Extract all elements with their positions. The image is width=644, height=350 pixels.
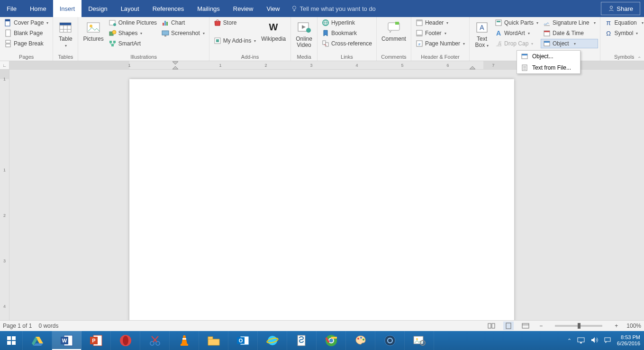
right-indent-marker-icon[interactable] — [469, 65, 476, 70]
object-menu-object[interactable]: Object... — [517, 51, 580, 62]
taskbar-app-opera[interactable] — [111, 331, 140, 350]
word-icon: W — [60, 334, 73, 347]
svg-point-83 — [329, 339, 333, 342]
tray-action-center-icon[interactable] — [604, 337, 611, 344]
ruler-vertical[interactable]: 1 1 2 3 4 — [0, 70, 9, 331]
tab-design[interactable]: Design — [82, 0, 114, 17]
taskbar-app-drive[interactable] — [23, 331, 52, 350]
zoom-level[interactable]: 100% — [626, 323, 641, 329]
ruler-corner[interactable]: ∟ — [0, 61, 9, 69]
cover-page-button[interactable]: Cover Page▾ — [2, 18, 51, 27]
quick-parts-button[interactable]: Quick Parts▾ — [492, 18, 541, 27]
taskbar-app-outlook[interactable]: O — [228, 331, 258, 350]
taskbar-app-snipping[interactable] — [140, 331, 170, 350]
object-button[interactable]: Object▾ — [541, 39, 598, 48]
taskbar-app-word[interactable]: W — [52, 331, 82, 350]
equation-icon: π — [605, 19, 612, 27]
taskbar-app-powerpoint[interactable]: P — [82, 331, 111, 350]
ribbon-tabs: File Home Insert Design Layout Reference… — [0, 0, 644, 17]
object-menu-text-from-file[interactable]: Text from File... — [517, 62, 580, 73]
share-button[interactable]: Share — [601, 2, 640, 15]
wordart-icon: A — [495, 29, 502, 37]
taskbar-app-explorer[interactable] — [199, 331, 228, 350]
taskbar-app-paint[interactable] — [346, 331, 375, 350]
tray-network-icon[interactable] — [577, 337, 585, 344]
group-label-addins: Add-ins — [211, 53, 289, 61]
print-layout-button[interactable] — [503, 322, 514, 330]
tray-clock[interactable]: 8:53 PM 6/26/2016 — [617, 334, 640, 347]
status-page[interactable]: Page 1 of 1 — [3, 323, 32, 329]
svg-text:#: # — [418, 42, 421, 46]
svg-point-86 — [363, 339, 364, 341]
start-button[interactable] — [0, 331, 23, 350]
tab-home[interactable]: Home — [23, 0, 53, 17]
page-break-button[interactable]: Page Break — [2, 39, 51, 48]
hyperlink-button[interactable]: Hyperlink — [319, 18, 374, 27]
page-number-button[interactable]: #Page Number▾ — [413, 39, 467, 48]
drop-cap-button[interactable]: ADrop Cap▾ — [492, 39, 541, 48]
svg-rect-56 — [506, 323, 511, 329]
store-button[interactable]: Store — [211, 18, 258, 27]
group-pages: Cover Page▾ Blank Page Page Break Pages — [0, 17, 53, 61]
signature-line-icon — [543, 19, 551, 27]
bookmark-button[interactable]: Bookmark — [319, 28, 374, 38]
svg-rect-3 — [5, 19, 10, 21]
taskbar-app-ie[interactable] — [258, 331, 287, 350]
web-layout-button[interactable] — [520, 322, 531, 330]
svg-rect-20 — [166, 22, 168, 26]
smartart-button[interactable]: SmartArt — [107, 39, 159, 48]
outlook-icon: O — [236, 334, 250, 347]
tell-me-search[interactable]: Tell me what you want to do — [286, 0, 380, 17]
zoom-slider[interactable] — [555, 325, 602, 327]
comment-button[interactable]: Comment — [379, 18, 409, 44]
tray-volume-icon[interactable] — [590, 337, 598, 344]
taskbar-app-vlc[interactable] — [170, 331, 199, 350]
svg-point-10 — [90, 25, 92, 27]
online-pictures-button[interactable]: Online Pictures — [107, 18, 159, 27]
chrome-icon — [325, 334, 337, 347]
tab-file[interactable]: File — [0, 0, 23, 17]
header-button[interactable]: Header▾ — [413, 18, 467, 27]
svg-rect-32 — [395, 22, 399, 25]
vruler-tick: 1 — [0, 77, 9, 81]
document-page[interactable] — [129, 79, 514, 331]
blank-page-button[interactable]: Blank Page — [2, 28, 51, 38]
tab-review[interactable]: Review — [227, 0, 260, 17]
date-time-button[interactable]: Date & Time — [541, 28, 598, 38]
tab-mailings[interactable]: Mailings — [190, 0, 227, 17]
equation-button[interactable]: πEquation▾ — [602, 18, 644, 27]
text-box-button[interactable]: A Text Box ▾ — [472, 18, 492, 50]
svg-rect-46 — [544, 31, 550, 32]
indent-marker-icon[interactable] — [172, 61, 179, 70]
screenshot-button[interactable]: Screenshot▾ — [159, 28, 207, 38]
signature-line-button[interactable]: Signature Line▾ — [541, 18, 598, 27]
symbol-button[interactable]: ΩSymbol▾ — [602, 28, 644, 38]
svg-point-85 — [360, 337, 362, 339]
online-video-button[interactable]: Online Video — [293, 18, 315, 50]
shapes-button[interactable]: Shapes▾ — [107, 28, 159, 38]
taskbar-app-python[interactable] — [287, 331, 317, 350]
my-addins-button[interactable]: My Add-ins▾ — [211, 36, 258, 45]
wikipedia-button[interactable]: W Wikipedia — [258, 18, 289, 44]
cross-reference-button[interactable]: Cross-reference — [319, 39, 374, 48]
disc-icon — [384, 334, 396, 347]
status-words[interactable]: 0 words — [38, 323, 58, 329]
tray-chevron-icon[interactable]: ⌃ — [567, 338, 571, 344]
collapse-ribbon-button[interactable]: ⌃ — [637, 56, 641, 61]
taskbar-app-generic1[interactable] — [375, 331, 405, 350]
zoom-out-button[interactable]: − — [537, 323, 544, 329]
ruler-tick: 5 — [401, 61, 403, 69]
tab-insert[interactable]: Insert — [53, 0, 82, 17]
read-mode-button[interactable] — [486, 322, 497, 330]
tab-references[interactable]: References — [146, 0, 190, 17]
tab-view[interactable]: View — [260, 0, 286, 17]
tab-layout[interactable]: Layout — [114, 0, 146, 17]
zoom-in-button[interactable]: + — [613, 323, 620, 329]
taskbar-app-chrome[interactable] — [317, 331, 346, 350]
table-button[interactable]: Table▾ — [55, 18, 76, 50]
footer-button[interactable]: Footer▾ — [413, 28, 467, 38]
pictures-button[interactable]: Pictures — [80, 18, 106, 44]
wordart-button[interactable]: AWordArt▾ — [492, 28, 541, 38]
chart-button[interactable]: Chart — [159, 18, 207, 27]
taskbar-app-generic2[interactable] — [405, 331, 434, 350]
